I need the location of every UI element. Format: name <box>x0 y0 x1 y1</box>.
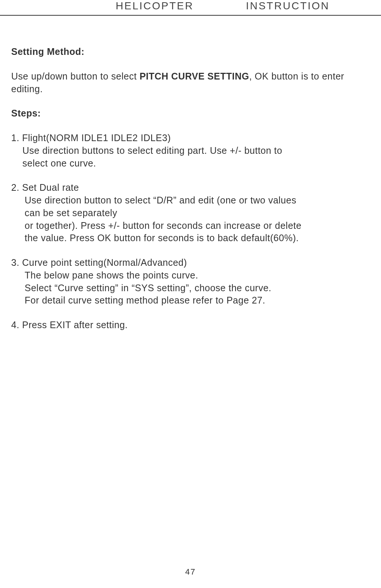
step-1-title: 1. Flight(NORM IDLE1 IDLE2 IDLE3) <box>11 132 370 144</box>
page-header: HELICOPTER INSTRUCTION <box>0 0 381 16</box>
step-3-line-2: Select “Curve setting” in “SYS setting”,… <box>11 282 370 295</box>
intro-text-pre: Use up/down button to select <box>11 71 140 81</box>
step-2-line-2: can be set separately <box>11 207 370 220</box>
step-3-line-3: For detail curve setting method please r… <box>11 294 370 307</box>
page-number: 47 <box>0 567 381 577</box>
step-2-line-4: the value. Press OK button for seconds i… <box>11 232 370 245</box>
step-2: 2. Set Dual rate Use direction button to… <box>11 181 370 245</box>
step-1-line-2: select one curve. <box>11 157 370 170</box>
intro-paragraph: Use up/down button to select PITCH CURVE… <box>11 70 370 96</box>
step-2-line-3: or together). Press +/- button for secon… <box>11 220 370 232</box>
step-3-title: 3. Curve point setting(Normal/Advanced) <box>11 256 370 269</box>
page-content: Setting Method: Use up/down button to se… <box>0 16 381 332</box>
step-3-line-1: The below pane shows the points curve. <box>11 269 370 282</box>
step-4: 4. Press EXIT after setting. <box>11 319 370 332</box>
intro-text-bold: PITCH CURVE SETTING <box>140 71 249 81</box>
header-title-left: HELICOPTER <box>116 0 194 12</box>
setting-method-heading: Setting Method: <box>11 46 370 58</box>
step-2-title: 2. Set Dual rate <box>11 181 370 194</box>
step-2-line-1: Use direction button to select “D/R” and… <box>11 194 370 207</box>
step-1: 1. Flight(NORM IDLE1 IDLE2 IDLE3) Use di… <box>11 132 370 169</box>
step-1-line-1: Use direction buttons to select editing … <box>11 144 370 157</box>
step-3: 3. Curve point setting(Normal/Advanced) … <box>11 256 370 307</box>
steps-heading: Steps: <box>11 107 370 120</box>
header-title-right: INSTRUCTION <box>246 0 330 12</box>
step-4-title: 4. Press EXIT after setting. <box>11 319 370 332</box>
